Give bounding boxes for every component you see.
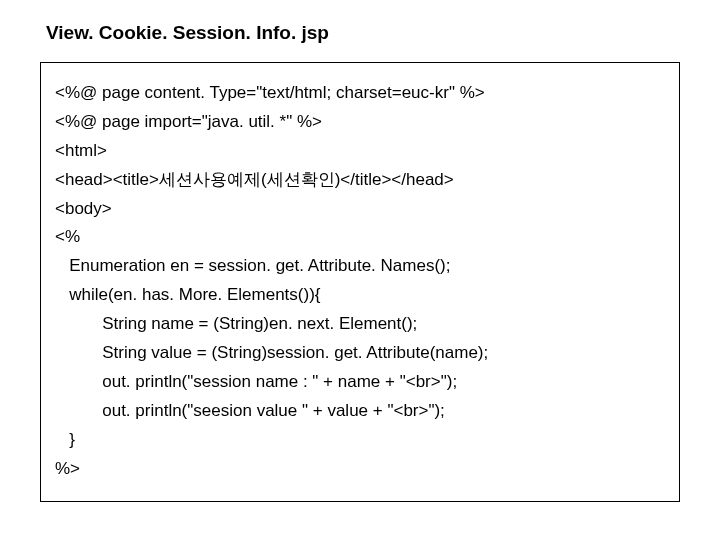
code-line: <%@ page import="java. util. *" %>: [55, 112, 322, 131]
code-line: <%@ page content. Type="text/html; chars…: [55, 83, 485, 102]
code-line: while(en. has. More. Elements()){: [55, 285, 320, 304]
code-line: %>: [55, 459, 80, 478]
slide-title: View. Cookie. Session. Info. jsp: [46, 22, 680, 44]
code-line: out. println("seesion value " + value + …: [55, 401, 445, 420]
slide: View. Cookie. Session. Info. jsp <%@ pag…: [0, 0, 720, 522]
code-line: out. println("session name : " + name + …: [55, 372, 457, 391]
code-line: }: [55, 430, 75, 449]
code-line: String value = (String)session. get. Att…: [55, 343, 488, 362]
code-line: <%: [55, 227, 80, 246]
code-block: <%@ page content. Type="text/html; chars…: [40, 62, 680, 502]
code-line: <body>: [55, 199, 112, 218]
code-line: <html>: [55, 141, 107, 160]
code-line: Enumeration en = session. get. Attribute…: [55, 256, 450, 275]
code-line: String name = (String)en. next. Element(…: [55, 314, 417, 333]
code-line: <head><title>세션사용예제(세션확인)</title></head>: [55, 170, 454, 189]
